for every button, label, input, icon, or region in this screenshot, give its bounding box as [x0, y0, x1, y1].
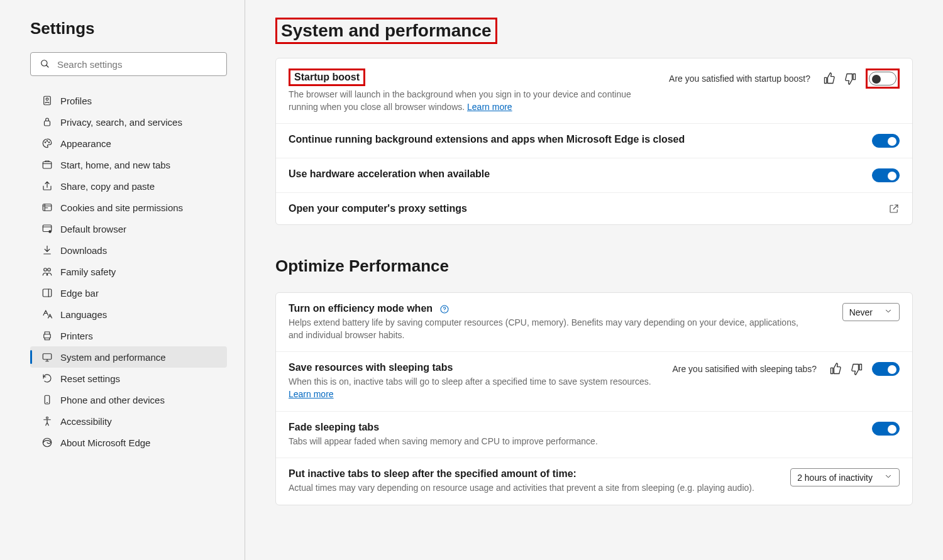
efficiency-title: Turn on efficiency mode when	[289, 303, 449, 314]
sidebar-item-profiles[interactable]: Profiles	[30, 90, 227, 111]
svg-point-11	[48, 230, 52, 233]
row-inactive-sleep: Put inactive tabs to sleep after the spe…	[276, 458, 912, 505]
chevron-down-icon	[884, 472, 893, 483]
sidebar-item-label: Edge bar	[60, 288, 99, 299]
svg-rect-4	[45, 121, 50, 126]
hw-accel-toggle[interactable]	[872, 168, 900, 182]
sidebar-item-label: Default browser	[60, 224, 126, 234]
sidebar-item-label: Reset settings	[60, 373, 120, 384]
thumbs-down-icon[interactable]	[851, 363, 863, 375]
system-card: Startup boost The browser will launch in…	[275, 58, 913, 225]
inactive-sleep-select-value: 2 hours of inactivity	[797, 473, 873, 483]
startup-boost-title: Startup boost	[294, 72, 360, 82]
info-icon[interactable]	[439, 304, 449, 314]
row-hw-accel: Use hardware acceleration when available	[276, 158, 912, 193]
optimize-performance-heading: Optimize Performance	[275, 256, 913, 276]
tabs-icon	[41, 159, 53, 170]
settings-heading: Settings	[30, 19, 227, 38]
sidebar-item-label: About Microsoft Edge	[60, 437, 150, 448]
nav-list: ProfilesPrivacy, search, and servicesApp…	[30, 90, 227, 453]
fade-tabs-toggle[interactable]	[872, 422, 900, 436]
sleeping-tabs-learn-more[interactable]: Learn more	[289, 389, 334, 399]
chevron-down-icon	[884, 307, 893, 317]
startup-boost-toggle[interactable]	[869, 72, 896, 85]
sidebar-item-label: Cookies and site permissions	[60, 202, 183, 213]
proxy-title: Open your computer's proxy settings	[289, 203, 467, 214]
sidebar-item-printers[interactable]: Printers	[30, 325, 227, 346]
row-startup-boost: Startup boost The browser will launch in…	[276, 58, 912, 124]
row-efficiency: Turn on efficiency mode when Helps exten…	[276, 293, 912, 352]
sidebar-item-label: Printers	[60, 331, 93, 341]
palette-icon	[41, 138, 53, 149]
inactive-sleep-desc: Actual times may vary depending on resou…	[289, 482, 778, 495]
svg-point-13	[48, 268, 51, 272]
sidebar-item-system-and-performance[interactable]: System and performance	[30, 346, 227, 368]
inactive-sleep-select[interactable]: 2 hours of inactivity	[790, 468, 900, 486]
annotation-box-toggle	[866, 69, 900, 89]
svg-rect-16	[44, 334, 51, 338]
bg-extensions-toggle[interactable]	[872, 134, 900, 148]
sleeping-tabs-toggle[interactable]	[872, 362, 900, 376]
sidebar-item-edge-bar[interactable]: Edge bar	[30, 282, 227, 304]
printer-icon	[41, 330, 53, 341]
row-proxy[interactable]: Open your computer's proxy settings	[276, 193, 912, 224]
sidebar-item-label: Languages	[60, 309, 107, 320]
hw-accel-title: Use hardware acceleration when available	[289, 168, 490, 179]
sidebar-item-label: Profiles	[60, 96, 92, 106]
row-sleeping-tabs: Save resources with sleeping tabs When t…	[276, 352, 912, 411]
cookie-icon	[41, 202, 53, 213]
sleeping-feedback-question: Are you satisified with sleeping tabs?	[672, 364, 817, 374]
bg-extensions-title: Continue running background extensions a…	[289, 134, 685, 145]
sidebar-item-privacy-search-and-services[interactable]: Privacy, search, and services	[30, 111, 227, 133]
system-icon	[41, 351, 53, 363]
row-fade-tabs: Fade sleeping tabs Tabs will appear fade…	[276, 412, 912, 459]
sidebar-item-label: Downloads	[60, 245, 107, 256]
svg-rect-17	[43, 354, 52, 360]
sidebar-item-reset-settings[interactable]: Reset settings	[30, 368, 227, 389]
svg-line-1	[47, 65, 48, 67]
family-icon	[41, 266, 53, 277]
sleeping-tabs-title: Save resources with sleeping tabs	[289, 362, 453, 373]
svg-rect-8	[43, 162, 52, 169]
sidebar-item-default-browser[interactable]: Default browser	[30, 218, 227, 239]
sidebar-item-start-home-and-new-tabs[interactable]: Start, home, and new tabs	[30, 154, 227, 175]
row-bg-extensions: Continue running background extensions a…	[276, 124, 912, 158]
startup-feedback-question: Are you satisfied with startup boost?	[669, 74, 810, 84]
sidebar-item-label: Start, home, and new tabs	[60, 160, 170, 170]
search-input[interactable]	[57, 59, 218, 70]
svg-rect-9	[43, 204, 52, 211]
search-box[interactable]	[30, 52, 227, 76]
search-icon	[40, 58, 50, 70]
sidebar-item-downloads[interactable]: Downloads	[30, 239, 227, 261]
svg-point-12	[44, 268, 47, 272]
thumbs-up-icon[interactable]	[823, 72, 835, 85]
thumbs-down-icon[interactable]	[844, 72, 857, 85]
efficiency-select[interactable]: Never	[842, 303, 900, 321]
language-icon	[41, 309, 53, 320]
page-title: System and performance	[281, 21, 492, 41]
sidebar-item-label: System and performance	[60, 352, 166, 363]
sidebar-item-languages[interactable]: Languages	[30, 304, 227, 325]
main-content: System and performance Startup boost The…	[245, 0, 943, 560]
startup-boost-learn-more[interactable]: Learn more	[467, 102, 512, 112]
phone-icon	[41, 394, 53, 405]
svg-point-5	[45, 142, 46, 143]
efficiency-desc: Helps extend battery life by saving comp…	[289, 317, 804, 341]
download-icon	[41, 244, 53, 256]
sidebar-item-about-microsoft-edge[interactable]: About Microsoft Edge	[30, 432, 227, 453]
sidebar-item-accessibility[interactable]: Accessibility	[30, 410, 227, 432]
sidebar-item-phone-and-other-devices[interactable]: Phone and other devices	[30, 389, 227, 410]
sidebar-item-appearance[interactable]: Appearance	[30, 133, 227, 154]
sidebar-item-cookies-and-site-permissions[interactable]: Cookies and site permissions	[30, 197, 227, 218]
thumbs-up-icon[interactable]	[829, 363, 842, 375]
svg-point-20	[47, 417, 48, 419]
svg-point-6	[47, 141, 48, 142]
svg-point-3	[46, 98, 48, 101]
sidebar-item-label: Accessibility	[60, 416, 112, 427]
profile-icon	[41, 95, 53, 106]
inactive-sleep-title: Put inactive tabs to sleep after the spe…	[289, 468, 576, 479]
fade-tabs-title: Fade sleeping tabs	[289, 422, 379, 432]
sidebar-item-label: Phone and other devices	[60, 395, 165, 405]
sidebar-item-family-safety[interactable]: Family safety	[30, 261, 227, 282]
sidebar-item-share-copy-and-paste[interactable]: Share, copy and paste	[30, 175, 227, 197]
